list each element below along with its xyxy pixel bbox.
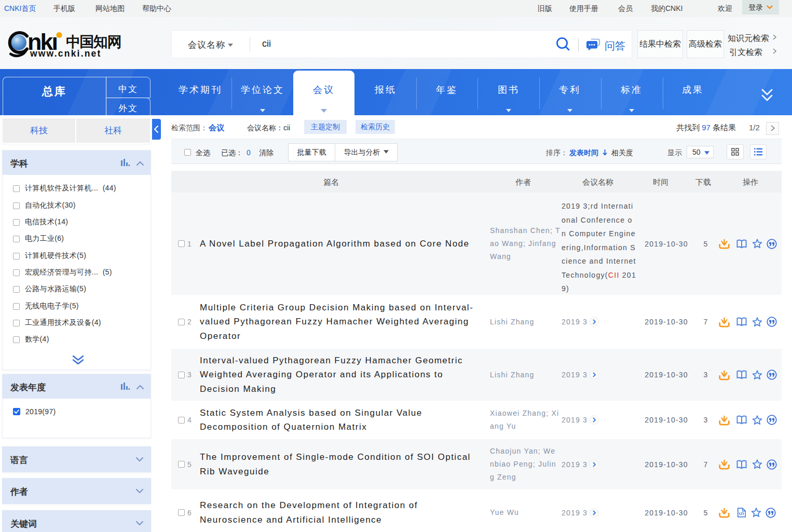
svg-text:www.cnki.net: www.cnki.net — [30, 48, 102, 59]
svg-text:中国知网: 中国知网 — [66, 34, 121, 50]
